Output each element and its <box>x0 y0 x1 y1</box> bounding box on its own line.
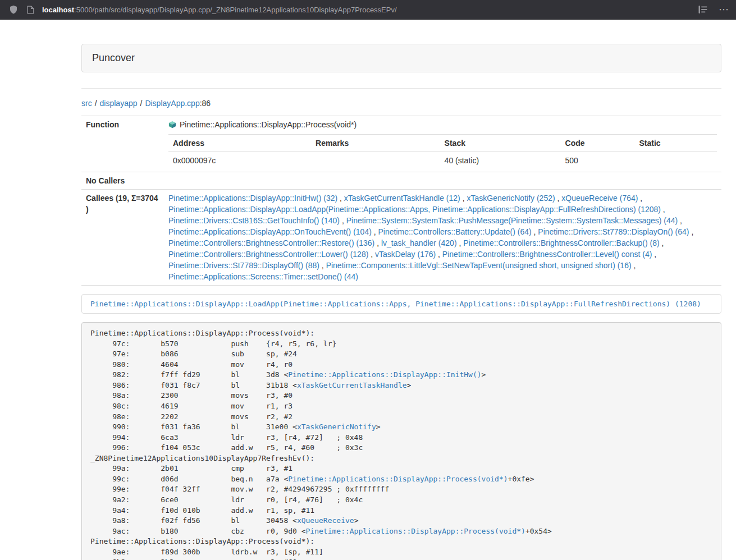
url-host: localhost <box>42 6 74 14</box>
callee-separator: , <box>632 261 636 270</box>
stat-address: 0x0000097c <box>168 152 311 169</box>
callee-separator: , <box>460 194 467 203</box>
url-bar[interactable]: localhost:5000/path/src/displayapp/Displ… <box>42 6 698 14</box>
stats-table: Address Remarks Stack Code Static 0x0000… <box>168 134 717 169</box>
function-name-line: Pinetime::Applications::DisplayApp::Proc… <box>168 119 717 131</box>
callee-separator: , <box>374 238 381 247</box>
highlighted-callee-link[interactable]: Pinetime::Applications::DisplayApp::Load… <box>90 300 701 308</box>
asm-symbol-link[interactable]: Pinetime::Applications::DisplayApp::Init… <box>288 370 481 379</box>
asm-symbol-link[interactable]: xQueueReceive <box>297 516 354 525</box>
page-content: Puncover src/displayapp/DisplayApp.cpp:8… <box>81 44 721 560</box>
callee-separator: , <box>678 216 682 225</box>
callee-link[interactable]: Pinetime::Controllers::BrightnessControl… <box>463 238 659 247</box>
toolbar-actions: ⋯ <box>698 4 729 15</box>
callee-separator: , <box>436 250 442 259</box>
col-stack: Stack <box>440 135 561 152</box>
callee-separator: , <box>661 205 665 214</box>
callees-label: Callees (19, Σ=3704 ) <box>81 190 164 286</box>
function-row: Function Pinetime::Applications::Display… <box>81 116 721 172</box>
callee-link[interactable]: Pinetime::Controllers::BrightnessControl… <box>168 238 374 247</box>
callee-link[interactable]: Pinetime::Drivers::Cst816S::GetTouchInfo… <box>168 216 340 225</box>
highlighted-callee-panel: Pinetime::Applications::DisplayApp::Load… <box>81 294 721 314</box>
col-static: Static <box>634 135 717 152</box>
asm-symbol-link[interactable]: Pinetime::Applications::DisplayApp::Proc… <box>288 475 508 483</box>
function-name: Pinetime::Applications::DisplayApp::Proc… <box>180 120 356 129</box>
callee-separator: , <box>337 194 344 203</box>
callee-link[interactable]: xQueueReceive (764) <box>561 194 638 203</box>
more-menu-icon[interactable]: ⋯ <box>719 4 729 15</box>
callee-link[interactable]: Pinetime::Controllers::BrightnessControl… <box>168 250 368 259</box>
callee-separator: , <box>372 227 378 236</box>
callee-link[interactable]: Pinetime::Controllers::BrightnessControl… <box>442 250 652 259</box>
stat-stack: 40 (static) <box>440 152 561 169</box>
callee-separator: , <box>555 194 562 203</box>
callee-link[interactable]: Pinetime::Controllers::Battery::Update()… <box>378 227 532 236</box>
symbol-table: Function Pinetime::Applications::Display… <box>81 116 721 286</box>
callee-separator: , <box>340 216 346 225</box>
browser-toolbar: localhost:5000/path/src/displayapp/Displ… <box>0 0 736 20</box>
callee-link[interactable]: Pinetime::Applications::DisplayApp::Init… <box>168 194 337 203</box>
callee-separator: , <box>660 238 664 247</box>
stats-header-row: Address Remarks Stack Code Static <box>168 135 717 152</box>
disassembly-block: Pinetime::Applications::DisplayApp::Proc… <box>81 322 721 560</box>
asm-symbol-link[interactable]: xTaskGenericNotify <box>297 423 376 431</box>
stat-code: 500 <box>561 152 635 169</box>
function-label: Function <box>81 116 164 172</box>
col-code: Code <box>561 135 635 152</box>
callees-row: Callees (19, Σ=3704 ) Pinetime::Applicat… <box>81 190 721 286</box>
breadcrumb-src[interactable]: src <box>81 99 92 108</box>
no-callers-row: No Callers <box>81 172 721 190</box>
breadcrumb-separator: / <box>95 99 97 108</box>
col-address: Address <box>168 135 311 152</box>
callee-link[interactable]: Pinetime::Applications::DisplayApp::OnTo… <box>168 227 372 236</box>
asm-symbol-link[interactable]: xTaskGetCurrentTaskHandle <box>297 381 407 389</box>
reader-view-icon[interactable] <box>698 6 707 13</box>
callee-link[interactable]: xTaskGetCurrentTaskHandle (12) <box>344 194 460 203</box>
callee-separator: , <box>457 238 464 247</box>
callee-link[interactable]: Pinetime::Components::LittleVgl::SetNewT… <box>326 261 632 270</box>
callee-link[interactable]: Pinetime::Applications::Screens::Timer::… <box>168 272 358 281</box>
callees-list: Pinetime::Applications::DisplayApp::Init… <box>168 192 717 282</box>
url-path: :5000/path/src/displayapp/DisplayApp.cpp… <box>74 6 397 14</box>
callee-link[interactable]: Pinetime::System::SystemTask::PushMessag… <box>346 216 678 225</box>
breadcrumb-line-number: :86 <box>200 99 211 108</box>
callee-separator: , <box>652 250 656 259</box>
stat-static <box>634 152 717 169</box>
divider <box>81 88 721 89</box>
callee-separator: , <box>319 261 326 270</box>
callee-separator: , <box>638 194 642 203</box>
breadcrumb-displayapp[interactable]: displayapp <box>100 99 138 108</box>
callee-separator: , <box>689 227 694 236</box>
asm-symbol-link[interactable]: Pinetime::Applications::DisplayApp::Proc… <box>306 527 525 535</box>
callee-link[interactable]: xTaskGenericNotify (252) <box>467 194 555 203</box>
breadcrumb-separator: / <box>140 99 143 108</box>
symbol-type-icon <box>168 120 176 131</box>
stats-value-row: 0x0000097c 40 (static) 500 <box>168 152 717 169</box>
app-title: Puncover <box>92 52 135 63</box>
callee-link[interactable]: Pinetime::Applications::DisplayApp::Load… <box>168 205 661 214</box>
callee-link[interactable]: vTaskDelay (176) <box>375 250 436 259</box>
col-remarks: Remarks <box>311 135 440 152</box>
callee-link[interactable]: Pinetime::Drivers::St7789::DisplayOn() (… <box>538 227 689 236</box>
stat-remarks <box>311 152 440 169</box>
app-title-panel: Puncover <box>81 44 721 72</box>
breadcrumb-file[interactable]: DisplayApp.cpp <box>145 99 199 108</box>
page-info-icon[interactable] <box>27 6 34 14</box>
callee-link[interactable]: Pinetime::Drivers::St7789::DisplayOff() … <box>168 261 319 270</box>
tracking-shield-icon[interactable] <box>9 5 18 14</box>
breadcrumb: src/displayapp/DisplayApp.cpp:86 <box>81 99 721 108</box>
callee-separator: , <box>532 227 538 236</box>
no-callers-label: No Callers <box>81 172 164 190</box>
disassembly-code: Pinetime::Applications::DisplayApp::Proc… <box>90 329 552 560</box>
callee-separator: , <box>368 250 375 259</box>
callee-link[interactable]: lv_task_handler (420) <box>381 238 457 247</box>
